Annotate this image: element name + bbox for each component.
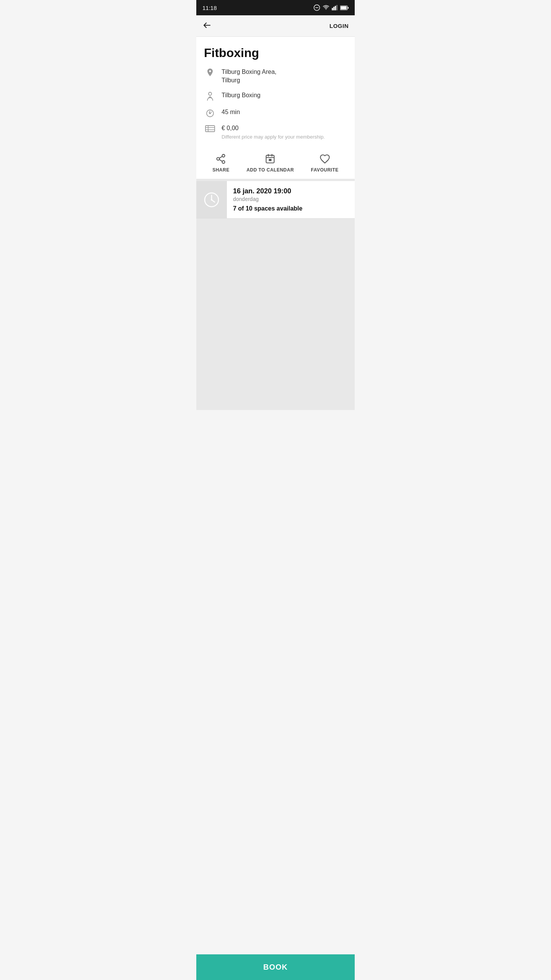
signal-icon: [332, 5, 338, 10]
duration-text: 45 min: [222, 108, 240, 116]
favourite-button[interactable]: FAVOURITE: [311, 154, 338, 173]
share-label: SHARE: [212, 167, 230, 173]
login-button[interactable]: LOGIN: [329, 23, 349, 29]
status-icons: [313, 4, 349, 11]
class-detail-content: Fitboxing Tilburg Boxing Area, Tilburg: [196, 37, 355, 410]
svg-rect-4: [335, 6, 336, 10]
price-icon: [204, 125, 216, 132]
status-bar: 11:18: [196, 0, 355, 15]
book-button-container: BOOK: [196, 954, 355, 980]
nav-bar: LOGIN: [196, 15, 355, 37]
svg-rect-3: [333, 7, 334, 10]
actions-row: SHARE ADD TO CALENDAR FAVOURITE: [204, 146, 347, 179]
duration-row: 45 min: [204, 108, 347, 118]
schedule-day: donderdag: [233, 196, 349, 202]
price-text: € 0,00: [222, 124, 325, 132]
class-title: Fitboxing: [204, 46, 347, 60]
share-icon: [215, 154, 226, 164]
instructor-text: Tilburg Boxing: [222, 91, 261, 100]
svg-point-19: [217, 158, 220, 160]
location-text: Tilburg Boxing Area, Tilburg: [222, 68, 276, 85]
svg-line-22: [219, 160, 222, 162]
share-button[interactable]: SHARE: [212, 154, 230, 173]
add-to-calendar-label: ADD TO CALENDAR: [246, 167, 294, 173]
svg-line-21: [219, 157, 222, 158]
dnd-icon: [313, 4, 320, 11]
schedule-datetime: 16 jan. 2020 19:00: [233, 187, 349, 195]
instructor-icon: [204, 92, 216, 102]
svg-rect-8: [341, 6, 347, 10]
favourite-icon: [320, 154, 330, 164]
price-note: Different price may apply for your membe…: [222, 134, 325, 140]
back-button[interactable]: [199, 18, 215, 34]
price-row: € 0,00 Different price may apply for you…: [204, 124, 347, 140]
gray-content-area: [196, 219, 355, 410]
schedule-card: 16 jan. 2020 19:00 donderdag 7 of 10 spa…: [196, 181, 355, 219]
wifi-icon: [323, 5, 329, 10]
add-to-calendar-button[interactable]: ADD TO CALENDAR: [246, 154, 294, 173]
battery-icon: [340, 5, 349, 10]
svg-rect-14: [205, 126, 215, 132]
duration-icon: [204, 109, 216, 118]
svg-point-20: [222, 161, 225, 163]
svg-point-18: [222, 155, 225, 157]
svg-point-9: [209, 92, 212, 95]
status-time: 11:18: [202, 5, 217, 11]
svg-rect-5: [336, 5, 337, 10]
location-icon: [204, 69, 216, 78]
svg-rect-7: [348, 7, 349, 9]
back-arrow-icon: [202, 21, 212, 30]
schedule-icon-col: [196, 181, 227, 218]
svg-rect-27: [269, 159, 272, 161]
location-row: Tilburg Boxing Area, Tilburg: [204, 68, 347, 85]
clock-icon: [203, 191, 220, 208]
calendar-icon: [265, 154, 276, 164]
schedule-spaces: 7 of 10 spaces available: [233, 205, 349, 212]
svg-line-31: [212, 200, 215, 202]
instructor-row: Tilburg Boxing: [204, 91, 347, 102]
price-info: € 0,00 Different price may apply for you…: [222, 124, 325, 140]
book-button[interactable]: BOOK: [196, 954, 355, 980]
svg-rect-2: [332, 8, 333, 10]
schedule-info: 16 jan. 2020 19:00 donderdag 7 of 10 spa…: [227, 181, 355, 218]
favourite-label: FAVOURITE: [311, 167, 338, 173]
